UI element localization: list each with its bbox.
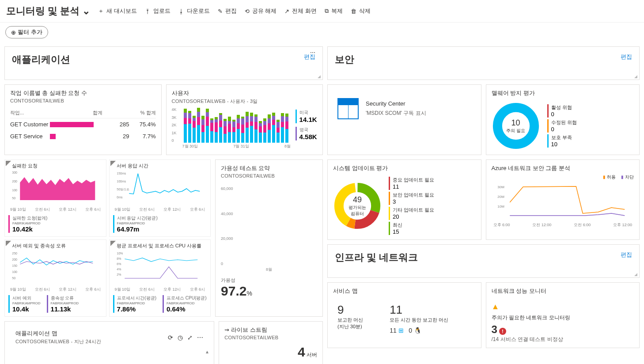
pin-icon (110, 161, 116, 166)
resize-handle-icon[interactable]: ◢ (318, 74, 321, 79)
more-icon[interactable]: ⋯ (197, 334, 203, 341)
pencil-icon: ✎ (218, 8, 223, 15)
tile-subtitle: CONTOSORETAILWEB - 사용자 - 3일 (172, 98, 318, 105)
kv-label: 최신 (393, 222, 434, 228)
row-count: 285 (112, 121, 129, 128)
row-pct: 7.7% (129, 133, 156, 140)
fullscreen-label: 전체 화면 (292, 7, 317, 15)
filter-bar: ⊕ 필터 추가 (0, 23, 644, 42)
scroll-up-icon[interactable]: ▴ (10, 349, 208, 355)
unshare-label: 공유 해제 (252, 7, 277, 15)
tile-subtitle: CONTOSORETAILWEB (221, 173, 317, 178)
svg-text:10M: 10M (497, 205, 504, 209)
fullscreen-button[interactable]: ↗전체 화면 (284, 7, 317, 15)
stat-label: 실패한 요청(합계) (12, 215, 47, 221)
svg-text:0ms: 0ms (117, 196, 123, 199)
tile-application-map[interactable]: 애플리케이션 맵 CONTOSORETAILWEB - 지난 24시간 ⟳ ◷ … (4, 321, 214, 364)
stat-value: 7.86% (117, 305, 156, 313)
line-chart: 30M20M10M (492, 180, 634, 220)
metric-sub: (지난 30분) (337, 323, 363, 330)
tile-title: 평균 프로세서 및 프로세스 CPU 사용률 (117, 243, 207, 249)
dashboard-title-dropdown[interactable]: 모니터링 및 분석 ⌄ (6, 4, 90, 18)
unshare-button[interactable]: ⟲공유 해제 (245, 7, 277, 15)
expand-icon[interactable]: ⤢ (187, 334, 193, 341)
tile-failed-requests-chart[interactable]: 실패한 요청 30020010050 9월 10일오전 6시오후 12시오후 6… (4, 159, 106, 237)
stat-value: 0.64% (167, 305, 207, 313)
clone-button[interactable]: ⧉복제 (325, 7, 343, 15)
svg-text:300: 300 (12, 171, 17, 174)
tile-security-center[interactable]: Security Center 'MSDIX SCOM' 구독 표시 (327, 84, 481, 155)
edit-section-link[interactable]: 편집 (621, 251, 632, 259)
svg-text:50: 50 (12, 277, 15, 280)
upload-button[interactable]: ⭱업로드 (145, 7, 170, 15)
col-total: 합계 (93, 110, 129, 116)
tile-network-perf[interactable]: 네트워크 성능 모니터 ▲ 주의가 필요한 네트워크 모니터링 3! /14 서… (486, 282, 640, 348)
kv-value: 11 (393, 183, 434, 190)
tile-failed-requests-table[interactable]: 작업 이름별 총 실패한 요청 수 CONTOSORETAILWEB 작업...… (4, 84, 162, 155)
table-row[interactable]: GET Customer 285 75.4% (10, 118, 156, 130)
tile-server-exceptions[interactable]: 서버 예외 및 종속성 오류 25020015010050 9월 10일오전 6… (4, 239, 106, 317)
new-dashboard-button[interactable]: ＋새 대시보드 (98, 7, 137, 15)
svg-text:250: 250 (12, 252, 17, 255)
tile-users-chart[interactable]: 사용자 CONTOSORETAILWEB - 사용자 - 3일 4K3K2K1K… (166, 84, 323, 155)
more-icon[interactable]: ⋯ (310, 49, 316, 56)
stat-value: 64.97m (117, 225, 158, 233)
line-chart: 10%8%6%4%2% (113, 249, 207, 284)
clock-icon[interactable]: ◷ (178, 334, 183, 341)
pulse-icon: ⇝ (224, 326, 229, 333)
avail-label: 가용성 (221, 277, 317, 284)
tile-title: ⇝ 라이브 스트림 (224, 326, 317, 334)
tile-antimalware[interactable]: 맬웨어 방지 평가 10주의 필요 활성 위협0 수정된 위협0 보호 부족10 (486, 84, 640, 155)
col-pct: % 합계 (129, 110, 156, 116)
refresh-icon[interactable]: ⟳ (168, 334, 173, 341)
tile-title: 시스템 업데이트 평가 (333, 164, 475, 172)
stacked-bar-chart: document.write(Array.from({length:24}).m… (180, 107, 292, 143)
stat-label: 종속성 오류 (51, 295, 79, 301)
download-icon: ⭳ (178, 8, 184, 15)
tile-availability[interactable]: 가용성 테스트 요약 CONTOSORETAILWEB 60,00040,000… (215, 159, 323, 317)
tile-subtitle: CONTOSORETAILWEB (10, 98, 156, 103)
upload-label: 업로드 (153, 7, 170, 15)
chevron-down-icon: ⌄ (82, 5, 90, 17)
warn-text: 주의가 필요한 네트워크 모니터링 (492, 314, 634, 322)
table-row[interactable]: GET Service 29 7.7% (10, 130, 156, 142)
donut-value: 10 (511, 118, 520, 128)
tile-server-response-time[interactable]: 서버 응답 시간 150ms100ms50밀리초0ms 9월 10일오전 6시오… (109, 159, 211, 237)
add-filter-button[interactable]: ⊕ 필터 추가 (5, 26, 48, 38)
availability-value: 97.2% (221, 284, 317, 299)
resize-handle-icon[interactable]: ◢ (634, 272, 637, 277)
download-label: 다운로드 (187, 7, 210, 15)
tile-live-stream[interactable]: ⇝ 라이브 스트림 CONTOSORETAILWEB 4 서버 (219, 321, 323, 364)
delete-label: 삭제 (359, 7, 371, 15)
kv-label: 기타 업데이트 필요 (393, 207, 434, 213)
edit-button[interactable]: ✎편집 (218, 7, 237, 15)
tile-nsg-analysis[interactable]: Azure 네트워크 보안 그룹 분석 ▮ 허용 ▮ 차단 30M20M10M … (486, 159, 640, 240)
legend-value: 14.1K (299, 116, 317, 123)
delete-button[interactable]: 🗑삭제 (351, 7, 371, 15)
stat-value: 10.4k (12, 305, 41, 313)
op-name: GET Customer (10, 121, 50, 128)
pin-icon (110, 241, 116, 246)
edit-section-link[interactable]: 편집 (621, 53, 632, 61)
svg-text:100: 100 (12, 270, 17, 273)
metric-value: 11 (390, 303, 448, 317)
tile-title: 서비스 맵 (333, 287, 475, 295)
stat-label: 프로세스 CPU(평균) (167, 295, 207, 301)
line-chart: 150ms100ms50밀리초0ms (113, 169, 207, 205)
download-button[interactable]: ⭳다운로드 (178, 7, 210, 15)
upload-icon: ⭱ (145, 8, 151, 15)
tile-system-update[interactable]: 시스템 업데이트 평가 49평가되는 컴퓨터 중요 업데이트 필요11 (327, 159, 481, 240)
kv-value: 3 (393, 198, 434, 205)
svg-text:50밀리초: 50밀리초 (117, 188, 129, 191)
legend-value: 4.58K (299, 133, 317, 140)
resize-handle-icon[interactable]: ◢ (634, 74, 637, 79)
tile-service-map[interactable]: 서비스 맵 9 보고한 머신 (지난 30분) 11 모든 시간 동안 보고한 … (327, 282, 481, 348)
row-count: 29 (112, 133, 129, 140)
svg-text:200: 200 (12, 258, 17, 261)
stat-sub: FABRIKAMPROD (51, 301, 79, 305)
nsg-legend: ▮ 허용 ▮ 차단 (492, 174, 634, 180)
svg-text:10%: 10% (117, 252, 123, 255)
line-chart: 25020015010050 (8, 249, 102, 284)
plus-icon: ＋ (98, 7, 104, 15)
tile-cpu-usage[interactable]: 평균 프로세서 및 프로세스 CPU 사용률 10%8%6%4%2% 9월 10… (109, 239, 211, 317)
